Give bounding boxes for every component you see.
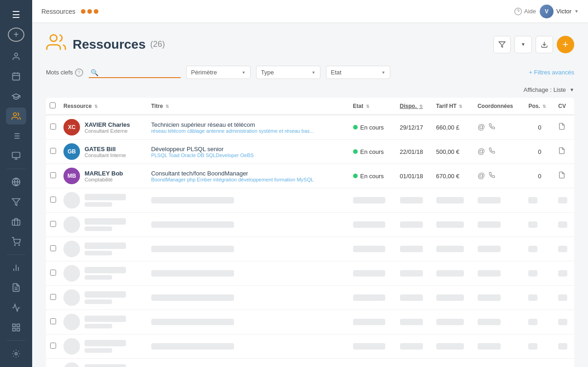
search-input[interactable] <box>89 67 181 78</box>
skeleton-checkbox-3[interactable] <box>50 270 56 276</box>
sidebar-item-cart[interactable] <box>6 233 26 250</box>
skeleton-checkbox-2[interactable] <box>50 245 56 251</box>
title-main-2: Développeur PLSQL senior <box>151 146 346 152</box>
col-dispo[interactable]: Dispo. ⇅ <box>396 98 433 115</box>
dropdown-toggle-button[interactable]: ▼ <box>514 36 532 53</box>
page-header: Ressources (26) ▼ + <box>46 32 574 56</box>
status-dot-3 <box>353 174 358 178</box>
row-checkbox-1[interactable] <box>50 124 56 130</box>
user-avatar: V <box>540 5 554 18</box>
resource-avatar-2: GB <box>63 143 80 160</box>
svg-rect-26 <box>13 324 16 327</box>
select-all-checkbox[interactable] <box>50 102 56 108</box>
sidebar-item-training[interactable] <box>6 88 26 105</box>
sidebar-item-analytics[interactable] <box>6 147 26 164</box>
skeleton-checkbox-5[interactable] <box>50 318 56 324</box>
dot-2 <box>87 9 92 14</box>
email-icon-3[interactable]: @ <box>478 172 485 180</box>
status-label-3: En cours <box>360 173 384 180</box>
cv-icon-2[interactable] <box>558 148 565 156</box>
svg-point-19 <box>15 244 16 245</box>
sidebar-item-settings[interactable] <box>6 345 26 362</box>
email-icon-1[interactable]: @ <box>478 123 485 131</box>
hamburger-menu-icon[interactable]: ☰ <box>7 5 25 25</box>
phone-icon-3[interactable] <box>489 172 495 180</box>
col-state[interactable]: Etat ⇅ <box>349 98 396 115</box>
skeleton-checkbox-1[interactable] <box>50 221 56 227</box>
resources-table: Ressource ⇅ Titre ⇅ Etat ⇅ Dispo. ⇅ Tari… <box>46 98 574 367</box>
display-selector[interactable]: Affichage : Liste ▼ <box>524 86 574 93</box>
sidebar-item-contacts[interactable] <box>6 48 26 65</box>
sidebar-add-button[interactable]: + <box>8 28 24 42</box>
sidebar-item-list[interactable] <box>6 127 26 144</box>
status-dot-1 <box>353 125 358 130</box>
type-select-wrap: Type <box>256 66 320 79</box>
col-resource[interactable]: Ressource ⇅ <box>60 98 148 115</box>
skeleton-checkbox-4[interactable] <box>50 294 56 300</box>
skeleton-checkbox-6[interactable] <box>50 343 56 349</box>
skeleton-checkbox-0[interactable] <box>50 197 56 203</box>
svg-marker-17 <box>12 198 20 205</box>
help-label: Aide <box>524 8 536 15</box>
sidebar-item-briefcase[interactable] <box>6 213 26 230</box>
svg-point-20 <box>19 244 20 245</box>
user-menu[interactable]: V Victor ▼ <box>540 5 579 18</box>
type-select[interactable]: Type <box>256 66 320 79</box>
search-icon: 🔍 <box>91 69 98 76</box>
skeleton-row <box>46 261 574 286</box>
cv-icon-1[interactable] <box>558 124 565 131</box>
email-icon-2[interactable]: @ <box>478 147 485 156</box>
sidebar-item-chart[interactable] <box>6 260 26 277</box>
pos-1: 0 <box>525 115 554 140</box>
sidebar-item-calendar[interactable] <box>6 68 26 85</box>
sidebar-item-grid[interactable] <box>6 319 26 336</box>
dot-1 <box>81 9 86 14</box>
col-pos[interactable]: Pos. ⇅ <box>525 98 554 115</box>
svg-point-30 <box>15 353 17 355</box>
sidebar-item-resources[interactable] <box>6 107 26 124</box>
tarif-1: 660,00 £ <box>433 115 474 140</box>
row-checkbox-3[interactable] <box>50 172 56 178</box>
sort-tarif-icon: ⇅ <box>459 104 462 109</box>
resource-type-1: Consultant Externe <box>85 128 130 134</box>
sidebar: ☰ + <box>0 0 32 367</box>
skeleton-row <box>46 359 574 367</box>
add-resource-button[interactable]: + <box>557 36 574 53</box>
sidebar-item-line-chart[interactable] <box>6 299 26 316</box>
user-dropdown-icon: ▼ <box>574 9 579 14</box>
skeleton-row <box>46 213 574 237</box>
export-button[interactable] <box>536 36 553 53</box>
table-row: XC XAVIER Charles Consultant Externe Tec… <box>46 115 574 140</box>
state-select[interactable]: Etat <box>326 66 390 79</box>
phone-icon-1[interactable] <box>489 123 495 131</box>
display-chevron-icon: ▼ <box>570 87 574 92</box>
row-checkbox-2[interactable] <box>50 148 56 154</box>
search-wrap: 🔍 <box>89 67 181 78</box>
col-tarif[interactable]: Tarif HT ⇅ <box>433 98 474 115</box>
help-icon[interactable]: ? <box>75 68 83 77</box>
resource-type-2: Consultant Interne <box>85 152 126 158</box>
help-button[interactable]: Aide <box>514 7 536 16</box>
sort-title-icon: ⇅ <box>166 104 169 109</box>
resource-name-3: MARLEY Bob <box>85 170 123 177</box>
sidebar-divider-2 <box>7 254 25 255</box>
filter-action-button[interactable] <box>493 36 511 53</box>
cv-icon-3[interactable] <box>558 172 565 180</box>
svg-rect-18 <box>12 220 20 225</box>
col-title[interactable]: Titre ⇅ <box>148 98 349 115</box>
page-content: Ressources (26) ▼ + Mots clefs <box>32 23 588 367</box>
advanced-filters-button[interactable]: + Filtres avancés <box>529 69 574 76</box>
tarif-2: 500,00 € <box>433 140 474 164</box>
status-label-1: En cours <box>360 124 384 131</box>
sidebar-item-globe[interactable] <box>6 174 26 191</box>
title-main-1: Technicien supérieur réseau et télécom <box>151 121 346 128</box>
sidebar-item-notes[interactable] <box>6 279 26 296</box>
status-label-2: En cours <box>360 148 384 155</box>
page-count: (26) <box>150 40 165 49</box>
display-row: Affichage : Liste ▼ <box>46 86 574 93</box>
tarif-3: 670,00 € <box>433 164 474 188</box>
resource-avatar-3: MB <box>63 168 80 184</box>
sidebar-item-filter[interactable] <box>6 193 26 210</box>
perimeter-select[interactable]: Périmètre <box>186 66 251 79</box>
phone-icon-2[interactable] <box>489 147 495 156</box>
